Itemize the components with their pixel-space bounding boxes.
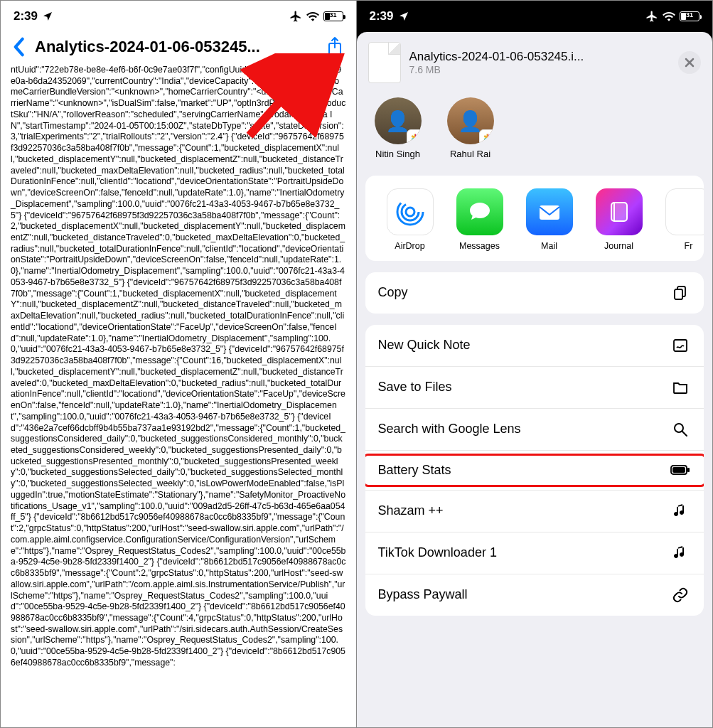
mail-icon <box>526 188 573 235</box>
document-icon <box>368 42 401 83</box>
share-icon <box>326 36 343 58</box>
action-new-quick-note[interactable]: New Quick Note <box>365 325 704 367</box>
status-bar: 2:39 31 <box>1 1 356 32</box>
svg-rect-10 <box>674 340 687 351</box>
status-bar: 2:39 31 <box>357 1 713 32</box>
chevron-left-icon <box>12 37 25 57</box>
back-button[interactable] <box>5 37 32 57</box>
contacts-row: 👤 ✱ Nitin Singh 👤 ✱ Rahul Rai <box>357 92 713 176</box>
action-copy[interactable]: Copy <box>365 272 704 314</box>
primary-actions: Copy <box>365 272 704 314</box>
contact-nitin[interactable]: 👤 ✱ Nitin Singh <box>372 97 424 160</box>
app-messages[interactable]: Messages <box>452 188 508 251</box>
slack-badge-icon: ✱ <box>479 129 494 144</box>
wifi-icon <box>663 11 675 21</box>
music-note-icon <box>670 545 691 562</box>
document-title: Analytics-2024-01-06-053245.i... <box>409 50 670 64</box>
left-phone: 2:39 31 Analytics-2024-01-06-053245... n… <box>1 1 357 727</box>
action-tiktok-downloader[interactable]: TikTok Downloader 1 <box>365 532 704 574</box>
close-button[interactable] <box>678 51 701 74</box>
action-label: Bypass Paywall <box>378 587 468 602</box>
app-mail[interactable]: Mail <box>522 188 577 251</box>
action-label: TikTok Downloader 1 <box>378 545 497 560</box>
airplane-mode-icon <box>289 10 302 23</box>
app-airdrop[interactable]: AirDrop <box>382 188 438 251</box>
copy-icon <box>670 284 691 301</box>
wifi-icon <box>306 11 319 21</box>
svg-point-11 <box>675 424 683 432</box>
action-label: Search with Google Lens <box>378 422 521 437</box>
svg-rect-14 <box>672 467 685 473</box>
action-label: Save to Files <box>378 380 452 395</box>
battery-icon: 31 <box>680 11 699 21</box>
messages-icon <box>456 188 503 235</box>
app-freeform[interactable]: Fr <box>661 188 704 251</box>
svg-rect-9 <box>675 289 682 299</box>
apps-row: AirDrop Messages Mail Journal <box>365 176 704 261</box>
search-icon <box>670 421 691 438</box>
share-sheet: Analytics-2024-01-06-053245.i... 7.6 MB … <box>357 32 713 727</box>
action-battery-stats[interactable]: Battery Stats <box>365 451 704 491</box>
location-arrow-icon <box>42 11 53 22</box>
svg-point-3 <box>402 203 419 220</box>
location-arrow-icon <box>398 11 409 22</box>
secondary-actions: New Quick Note Save to Files Search with… <box>365 325 704 616</box>
action-shazam[interactable]: Shazam ++ <box>365 491 704 532</box>
app-label: AirDrop <box>382 241 438 251</box>
share-button[interactable] <box>322 36 348 58</box>
sheet-header: Analytics-2024-01-06-053245.i... 7.6 MB <box>357 32 713 92</box>
app-label: Mail <box>522 241 577 251</box>
contact-name: Rahul Rai <box>445 149 496 160</box>
svg-rect-15 <box>687 468 690 472</box>
status-time: 2:39 <box>370 9 394 23</box>
svg-line-12 <box>682 432 687 436</box>
journal-icon <box>596 188 643 235</box>
airdrop-icon <box>387 188 434 235</box>
app-journal[interactable]: Journal <box>591 188 647 251</box>
nav-bar: Analytics-2024-01-06-053245... <box>1 32 356 65</box>
action-save-to-files[interactable]: Save to Files <box>365 367 704 409</box>
freeform-icon <box>665 188 704 235</box>
svg-point-2 <box>406 208 414 216</box>
svg-rect-5 <box>540 205 559 220</box>
airplane-mode-icon <box>645 10 658 23</box>
action-label: Shazam ++ <box>378 503 444 518</box>
app-label: Fr <box>661 241 704 251</box>
right-phone: 2:39 31 Analytics-2024-01-06-053245.i...… <box>357 1 713 727</box>
battery-icon: 31 <box>323 11 343 21</box>
app-label: Messages <box>452 241 508 251</box>
folder-icon <box>670 379 691 396</box>
action-label: Battery Stats <box>378 463 451 478</box>
battery-icon <box>670 464 691 476</box>
action-bypass-paywall[interactable]: Bypass Paywall <box>365 574 704 616</box>
document-size: 7.6 MB <box>409 64 670 75</box>
slack-badge-icon: ✱ <box>407 129 422 144</box>
app-label: Journal <box>591 241 647 251</box>
avatar: 👤 ✱ <box>375 97 422 144</box>
action-label: Copy <box>378 285 408 300</box>
file-content: ntUuid":"722eb78e-be8e-4ef6-b6f-0c9e7ae0… <box>1 65 356 720</box>
nav-title: Analytics-2024-01-06-053245... <box>35 38 319 56</box>
music-note-icon <box>670 503 691 520</box>
avatar: 👤 ✱ <box>447 97 494 144</box>
contact-rahul[interactable]: 👤 ✱ Rahul Rai <box>445 97 496 160</box>
status-time: 2:39 <box>14 9 38 23</box>
action-google-lens[interactable]: Search with Google Lens <box>365 409 704 451</box>
contact-name: Nitin Singh <box>372 149 424 160</box>
close-icon <box>685 58 695 68</box>
link-icon <box>670 587 691 604</box>
quick-note-icon <box>670 337 691 354</box>
action-label: New Quick Note <box>378 338 471 353</box>
